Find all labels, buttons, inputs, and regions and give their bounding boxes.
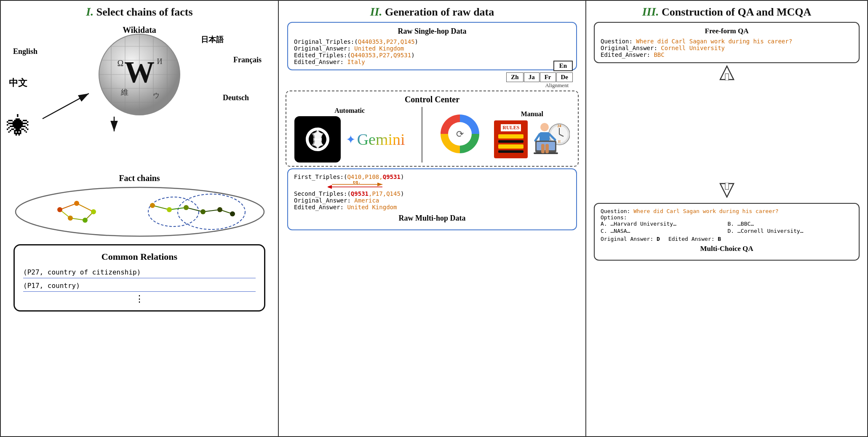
svg-point-32 bbox=[83, 218, 88, 223]
panel-i-header: I. Select chains of facts bbox=[5, 5, 274, 19]
rules-bar-3 bbox=[498, 144, 523, 149]
openai-logo bbox=[294, 116, 341, 163]
svg-line-37 bbox=[203, 210, 220, 212]
panel-ii-header: II. Generation of raw data bbox=[283, 5, 581, 19]
svg-line-36 bbox=[186, 208, 203, 212]
mcqa-options-label: Options: bbox=[601, 214, 853, 221]
single-hop-line-4: Edited_Answer: Italy bbox=[294, 59, 570, 65]
mcqa-option-b: B. …BBC… bbox=[728, 221, 853, 227]
lang-tab-de: De bbox=[556, 72, 573, 82]
multi-hop-line-4: Edited_Answer: United Kingdom bbox=[294, 204, 570, 211]
human-worker-icon: 24 H bbox=[532, 120, 570, 160]
mcqa-answers: Original Answer: D Edited Answer: B bbox=[601, 236, 853, 242]
svg-rect-69 bbox=[725, 74, 729, 80]
arrows-svg bbox=[5, 30, 274, 140]
lang-tab-fr: Fr bbox=[540, 72, 556, 82]
svg-line-56 bbox=[535, 134, 539, 141]
panel-iii-number: III. bbox=[642, 5, 659, 18]
svg-line-24 bbox=[60, 203, 77, 210]
svg-line-34 bbox=[152, 205, 169, 210]
svg-point-54 bbox=[540, 123, 549, 131]
panel-i: I. Select chains of facts Wikidata Engli… bbox=[0, 0, 278, 437]
svg-point-30 bbox=[74, 201, 79, 206]
mcqa-option-c: C. …NASA… bbox=[601, 228, 726, 234]
panel-i-number: I. bbox=[86, 5, 93, 18]
lang-tab-ja: Ja bbox=[524, 72, 539, 82]
fact-chains-svg bbox=[9, 184, 270, 239]
lang-tab-zh: Zh bbox=[506, 72, 523, 82]
single-hop-line-1: Original_Triples:(Q440353,P27,Q145) bbox=[294, 38, 570, 45]
svg-point-33 bbox=[68, 216, 73, 221]
mcqa-question: Question: Where did Carl Sagan work duri… bbox=[601, 208, 853, 214]
fact-chains-label: Fact chains bbox=[9, 173, 270, 183]
eq-arrow: Eq. bbox=[328, 181, 412, 189]
svg-point-42 bbox=[200, 209, 206, 214]
raw-multi-hop-title: Raw Multi-hop Data bbox=[294, 214, 570, 223]
panel-i-title: Select chains of facts bbox=[96, 6, 193, 18]
panel-iii-header: III. Construction of QA and MCQA bbox=[590, 5, 863, 19]
mcqa-options-grid: A. …Harvard University… B. …BBC… C. …NAS… bbox=[601, 221, 853, 234]
relation-item-2: (P17, country) bbox=[23, 280, 256, 292]
rules-book-icon: RULES bbox=[494, 120, 528, 158]
raw-multi-hop-box: First_Triples:(Q410,P108,Q9531) Eq. Seco… bbox=[287, 168, 577, 230]
svg-point-29 bbox=[57, 207, 62, 212]
wiki-area: Wikidata English 中文 日本語 Français Deutsch bbox=[5, 22, 274, 173]
openai-icon bbox=[303, 125, 332, 154]
rules-text: RULES bbox=[500, 124, 521, 132]
ai-tools-row: Automatic bbox=[290, 107, 574, 163]
svg-rect-61 bbox=[541, 144, 545, 153]
svg-point-31 bbox=[91, 209, 96, 214]
mcqa-box: Question: Where did Carl Sagan work duri… bbox=[594, 203, 860, 261]
raw-single-hop-box: Raw Single-hop Data Original_Triples:(Q4… bbox=[287, 22, 577, 70]
svg-rect-71 bbox=[725, 183, 729, 189]
svg-point-44 bbox=[230, 211, 235, 216]
freeform-qa-title: Free-form QA bbox=[601, 27, 853, 35]
freeform-qa-content: Question: Where did Carl Sagan work duri… bbox=[601, 38, 853, 58]
separator bbox=[422, 107, 422, 163]
panel-ii: II. Generation of raw data Raw Single-ho… bbox=[278, 0, 585, 437]
panel-iii: III. Construction of QA and MCQA Free-fo… bbox=[585, 0, 868, 437]
panel-ii-title: Generation of raw data bbox=[385, 6, 494, 18]
svg-point-43 bbox=[217, 207, 222, 212]
freeform-q: Question: Where did Carl Sagan work duri… bbox=[601, 38, 853, 45]
svg-line-19 bbox=[43, 93, 89, 119]
lang-tab-en: En bbox=[553, 61, 573, 71]
svg-point-40 bbox=[167, 207, 172, 212]
svg-point-39 bbox=[150, 203, 155, 208]
single-hop-line-3: Edited_Triples:(Q440353,P27,Q9531) bbox=[294, 52, 570, 59]
multi-hop-line-1: First_Triples:(Q410,P108,Q9531) bbox=[294, 173, 570, 180]
relation-item-1: (P27, country of citizenship) bbox=[23, 266, 256, 278]
svg-text:H: H bbox=[558, 140, 561, 144]
control-center-section: Control Center Automatic bbox=[286, 91, 579, 167]
mcqa-title: Multi-Choice QA bbox=[601, 245, 853, 253]
common-relations-title: Common Relations bbox=[23, 251, 256, 262]
control-center-title: Control Center bbox=[290, 95, 574, 104]
mcqa-edited-answer: Edited Answer: B bbox=[668, 236, 721, 242]
google-translate-icon: ⟳ bbox=[439, 113, 481, 157]
arrow-up bbox=[590, 65, 863, 83]
rules-bar-2 bbox=[498, 140, 523, 143]
multi-hop-line-3: Original_Answer: America bbox=[294, 197, 570, 204]
gemini-logo: ✦ Gemini bbox=[346, 130, 405, 149]
alignment-label: Alignment bbox=[283, 82, 569, 89]
manual-label: Manual bbox=[521, 110, 543, 118]
manual-section: Manual RULES bbox=[494, 110, 570, 160]
single-hop-line-2: Original_Answer: United Kingdom bbox=[294, 45, 570, 52]
svg-line-25 bbox=[77, 203, 93, 212]
mcqa-option-a: A. …Harvard University… bbox=[601, 221, 726, 227]
relation-dots: ⋮ bbox=[23, 293, 256, 304]
auto-section: Automatic bbox=[294, 107, 405, 163]
common-relations-box: Common Relations (P27, country of citize… bbox=[13, 244, 265, 312]
mcqa-orig-answer: Original Answer: D bbox=[601, 236, 660, 242]
svg-point-23 bbox=[148, 197, 199, 226]
gemini-container: ✦ Gemini bbox=[346, 130, 405, 149]
svg-text:Eq.: Eq. bbox=[353, 181, 361, 184]
panel-iii-title: Construction of QA and MCQA bbox=[662, 6, 811, 18]
automatic-label: Automatic bbox=[334, 107, 365, 115]
panel-ii-number: II. bbox=[370, 5, 382, 18]
raw-single-hop-title: Raw Single-hop Data bbox=[294, 27, 570, 36]
arrow-down bbox=[590, 183, 863, 201]
rules-bar-4 bbox=[498, 150, 523, 153]
mcqa-option-d: D. …Cornell University… bbox=[728, 228, 853, 234]
freeform-edited: Edited_Answer: BBC bbox=[601, 51, 853, 58]
